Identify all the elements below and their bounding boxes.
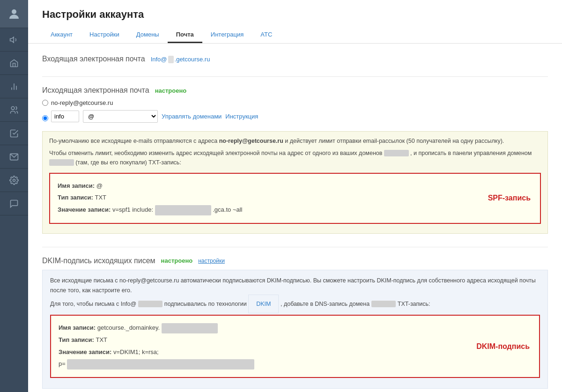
spf-type-label: Тип записи: <box>58 194 93 201</box>
tab-account[interactable]: Аккаунт <box>42 27 81 43</box>
dkim-badge: настроено <box>161 257 193 264</box>
dkim-name-label: Имя записи: <box>59 324 96 331</box>
outgoing-email-section: Исходящая электронная почта настроено no… <box>42 86 548 234</box>
domain-masked-2 <box>49 159 74 166</box>
spf-record-label: SPF-запись <box>488 192 531 205</box>
info-text-1: По-умолчанию все исходящие e-mails отпра… <box>49 136 541 146</box>
spf-type-row: Тип записи: TXT <box>58 192 532 203</box>
sidebar-home-btn[interactable] <box>0 52 28 75</box>
svg-point-7 <box>13 179 15 181</box>
info-text-2: Чтобы отменить лимит, необходимо изменит… <box>49 148 541 167</box>
manage-domains-link[interactable]: Управлять доменами <box>162 113 222 120</box>
dkim-email-masked <box>138 301 163 307</box>
svg-point-0 <box>12 9 16 14</box>
email-domain-masked <box>168 56 174 63</box>
dkim-p-row: p= <box>59 358 532 370</box>
sidebar-chat-btn[interactable] <box>0 192 28 215</box>
spf-name-row: Имя записи: @ <box>58 180 532 191</box>
spf-include-masked <box>155 205 211 215</box>
outgoing-email-heading: Исходящая электронная почта <box>42 86 149 95</box>
dkim-settings-link[interactable]: настройки <box>198 258 225 264</box>
dkim-name-row: Имя записи: getcourse._domainkey. <box>59 322 532 333</box>
tab-integration[interactable]: Интеграция <box>202 27 252 43</box>
dkim-type-row: Тип записи: TXT <box>59 334 532 345</box>
incoming-email-title: Входящая электронная почта Info@.getcour… <box>42 55 548 63</box>
domain-masked-1 <box>384 150 409 156</box>
radio-option-1: no-reply@getcourse.ru <box>42 99 548 106</box>
spf-name-label: Имя записи: <box>58 182 95 189</box>
divider-2 <box>42 247 548 247</box>
radio-noreply-label: no-reply@getcourse.ru <box>51 99 113 106</box>
spf-value-row: Значение записи: v=spf1 include: .gca.to… <box>58 204 532 215</box>
dkim-info-box: Все исходящие письма с no-reply@getcours… <box>42 270 548 389</box>
sidebar-users-btn[interactable] <box>0 98 28 122</box>
domain-select[interactable]: @ <box>83 110 158 123</box>
svg-point-5 <box>11 106 15 110</box>
tab-domains[interactable]: Домены <box>128 27 168 43</box>
sidebar-settings-btn[interactable] <box>0 169 28 192</box>
dkim-link[interactable]: DKIM <box>248 295 279 313</box>
outgoing-info-box: По-умолчанию все исходящие e-mails отпра… <box>42 131 548 234</box>
dkim-type-label: Тип записи: <box>59 336 94 343</box>
divider-1 <box>42 76 548 77</box>
noreply-bold: no-reply@getcourse.ru <box>219 138 283 144</box>
dkim-name-masked <box>162 323 218 333</box>
incoming-email-section: Входящая электронная почта Info@.getcour… <box>42 55 548 63</box>
incoming-email-heading: Входящая электронная почта <box>42 55 145 63</box>
content-area: Входящая электронная почта Info@.getcour… <box>28 44 562 392</box>
avatar[interactable] <box>0 0 28 28</box>
outgoing-email-title-row: Исходящая электронная почта настроено <box>42 86 548 95</box>
dkim-record-label: DKIM-подпись <box>476 340 530 353</box>
dkim-type-value: TXT <box>96 336 107 343</box>
dkim-info-text-2: Для того, чтобы письма с Info@ подписыва… <box>50 299 540 309</box>
dkim-info-text-1: Все исходящие письма с no-reply@getcours… <box>50 276 540 296</box>
outgoing-email-badge: настроено <box>155 87 187 94</box>
radio-noreply[interactable] <box>42 100 48 106</box>
spf-name-value: @ <box>96 182 103 189</box>
spf-type-value: TXT <box>95 194 106 201</box>
dkim-value-label: Значение записи: <box>59 348 111 355</box>
tab-bar: Аккаунт Настройки Домены Почта Интеграци… <box>42 27 548 43</box>
radio-custom[interactable] <box>42 115 48 121</box>
sidebar-tasks-btn[interactable] <box>0 122 28 145</box>
dkim-record-box: Имя записи: getcourse._domainkey. Тип за… <box>50 315 540 377</box>
dkim-title-row: DKIM-подпись исходящих писем настроено н… <box>42 257 548 265</box>
spf-record-box: Имя записи: @ Тип записи: TXT Значение з… <box>49 173 541 224</box>
dkim-section: DKIM-подпись исходящих писем настроено н… <box>42 257 548 389</box>
instruction-link[interactable]: Инструкция <box>225 113 258 120</box>
main-content: Настройки аккаунта Аккаунт Настройки Дом… <box>28 0 562 392</box>
dkim-domain-masked <box>371 301 396 307</box>
dkim-p-masked <box>67 359 254 370</box>
dkim-name-value: getcourse._domainkey. <box>97 324 160 331</box>
sidebar-chart-btn[interactable] <box>0 75 28 98</box>
tab-atc[interactable]: АТС <box>252 27 281 43</box>
svg-marker-1 <box>10 37 14 43</box>
sidebar-volume-btn[interactable] <box>0 28 28 52</box>
dkim-value-row: Значение записи: v=DKIM1; k=rsa; <box>59 347 532 357</box>
spf-value-label: Значение записи: <box>58 206 111 213</box>
sidebar <box>0 0 28 392</box>
incoming-email-address: Info@.getcourse.ru <box>151 56 210 63</box>
sidebar-mail-btn[interactable] <box>0 145 28 169</box>
email-prefix-input[interactable] <box>51 111 79 122</box>
dkim-heading: DKIM-подпись исходящих писем <box>42 257 155 265</box>
radio-option-2: @ Управлять доменами Инструкция <box>42 110 548 126</box>
page-header: Настройки аккаунта Аккаунт Настройки Дом… <box>28 0 562 44</box>
email-input-row: @ Управлять доменами Инструкция <box>51 110 258 123</box>
tab-settings[interactable]: Настройки <box>81 27 128 43</box>
page-title: Настройки аккаунта <box>42 8 548 21</box>
tab-mail[interactable]: Почта <box>168 27 202 43</box>
